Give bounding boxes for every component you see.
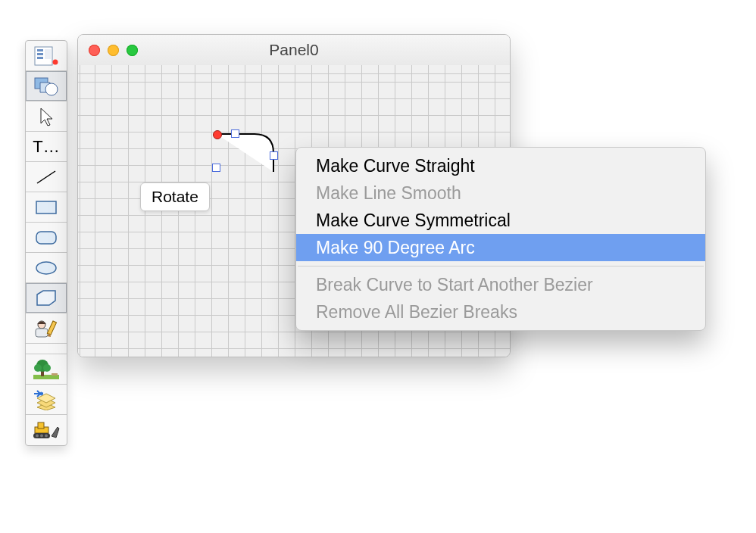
menu-item: Make Line Smooth (296, 179, 705, 207)
window-title: Panel0 (78, 41, 510, 59)
control-handle[interactable] (212, 164, 220, 172)
close-button[interactable] (89, 45, 100, 56)
polygon-icon (34, 288, 58, 308)
svg-rect-29 (38, 422, 44, 429)
svg-rect-16 (47, 320, 56, 334)
svg-point-12 (36, 262, 56, 274)
svg-point-32 (40, 435, 43, 438)
menu-item[interactable]: Make 90 Degree Arc (296, 234, 705, 261)
rounded-rect-icon (34, 229, 58, 247)
svg-marker-13 (37, 291, 55, 305)
layers-icon (33, 389, 60, 410)
menu-item[interactable]: Make Curve Symmetrical (296, 207, 705, 234)
menu-item: Remove All Bezier Breaks (296, 298, 705, 326)
bezier-shape[interactable] (213, 130, 304, 206)
ellipse-tool[interactable] (26, 253, 67, 283)
svg-rect-4 (45, 49, 51, 59)
window-controls (78, 45, 138, 56)
menu-item: Break Curve to Start Another Bezier (296, 271, 705, 298)
line-tool[interactable] (26, 162, 67, 192)
layers-tool[interactable] (26, 385, 67, 415)
tool-palette: T… (25, 40, 67, 446)
bulldozer-icon (32, 419, 61, 441)
polygon-tool[interactable] (26, 283, 67, 313)
svg-rect-15 (36, 329, 48, 337)
tooltip-label: Rotate (152, 188, 198, 205)
svg-rect-11 (36, 232, 56, 244)
menu-item[interactable]: Make Curve Straight (296, 152, 705, 179)
pointer-tool[interactable] (26, 101, 67, 132)
svg-rect-1 (37, 49, 43, 51)
svg-rect-23 (52, 373, 58, 376)
line-icon (35, 168, 58, 186)
svg-rect-3 (37, 57, 43, 59)
context-menu: Make Curve StraightMake Line SmoothMake … (295, 147, 706, 331)
shapes-tool[interactable] (26, 71, 67, 101)
zoom-button[interactable] (127, 45, 138, 56)
anchor-selected[interactable] (213, 130, 222, 139)
shapes-icon (33, 76, 59, 97)
scene-tool[interactable] (26, 354, 67, 385)
svg-point-22 (43, 364, 51, 372)
control-handle[interactable] (270, 151, 278, 160)
menu-separator (298, 266, 704, 266)
ellipse-icon (34, 259, 58, 277)
components-icon (34, 45, 58, 67)
rounded-rect-tool[interactable] (26, 223, 67, 253)
minimize-button[interactable] (108, 45, 119, 56)
vehicle-tool[interactable] (26, 415, 67, 445)
svg-rect-2 (37, 53, 43, 55)
pointer-icon (39, 107, 54, 126)
svg-point-31 (36, 435, 39, 438)
svg-rect-10 (36, 201, 56, 214)
svg-point-33 (45, 435, 48, 438)
text-tool[interactable]: T… (26, 132, 67, 162)
svg-point-5 (53, 59, 58, 64)
svg-point-21 (34, 364, 42, 372)
tooltip: Rotate (140, 182, 210, 211)
tree-scene-icon (33, 358, 60, 381)
text-tool-label: T… (33, 137, 59, 157)
svg-point-8 (45, 83, 58, 95)
titlebar[interactable]: Panel0 (78, 35, 510, 66)
rectangle-icon (34, 198, 58, 217)
control-handle[interactable] (231, 129, 239, 138)
user-pencil-icon (33, 318, 59, 339)
svg-line-9 (37, 171, 55, 183)
palette-gap (26, 344, 67, 354)
palette-icon[interactable] (26, 41, 67, 71)
rectangle-tool[interactable] (26, 192, 67, 223)
user-edit-tool[interactable] (26, 313, 67, 344)
